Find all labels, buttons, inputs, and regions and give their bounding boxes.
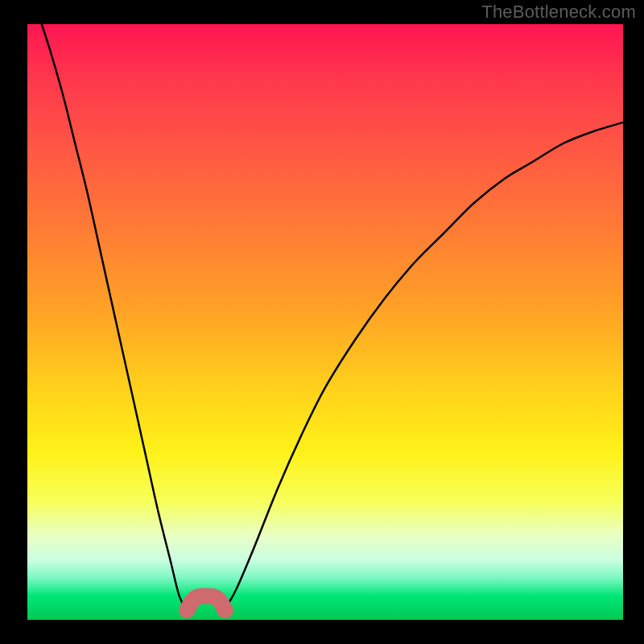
chart-container: TheBottleneck.com xyxy=(0,0,644,644)
watermark-text: TheBottleneck.com xyxy=(481,2,636,23)
gradient-plot-area xyxy=(27,24,623,620)
